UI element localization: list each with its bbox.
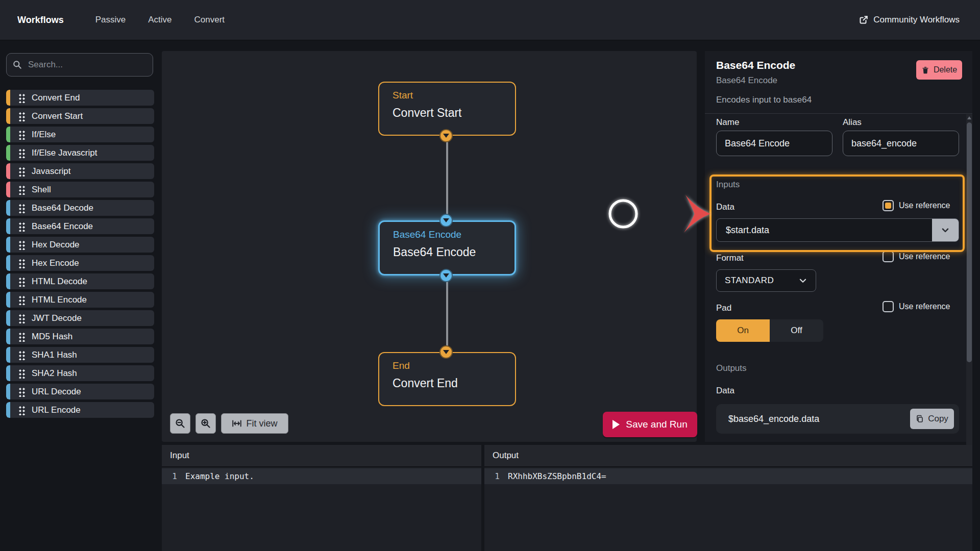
- palette-item-hex-decode[interactable]: Hex Decode: [6, 237, 154, 253]
- palette-item-html-encode[interactable]: HTML Encode: [6, 292, 154, 308]
- fit-view-button[interactable]: Fit view: [221, 413, 288, 434]
- workflows-brand[interactable]: Workflows: [17, 15, 64, 26]
- palette-item-base64-decode[interactable]: Base64 Decode: [6, 200, 154, 216]
- node-convert-end[interactable]: End Convert End: [378, 352, 516, 406]
- delete-button[interactable]: Delete: [916, 60, 962, 80]
- chevron-down-icon: [798, 276, 807, 285]
- zoom-in-button[interactable]: [195, 413, 216, 434]
- inspector-description: Encodes input to base64: [716, 95, 812, 105]
- palette-item-jwt-decode[interactable]: JWT Decode: [6, 310, 154, 326]
- combobox-dropdown-button[interactable]: [932, 219, 959, 241]
- save-and-run-button[interactable]: Save and Run: [603, 412, 697, 437]
- drag-handle-icon[interactable]: [18, 258, 26, 268]
- inputs-section-label: Inputs: [716, 180, 740, 190]
- drag-handle-icon[interactable]: [18, 240, 26, 250]
- scroll-up-arrow-icon[interactable]: [967, 116, 971, 119]
- drag-handle-icon[interactable]: [18, 203, 26, 213]
- search-icon: [13, 60, 22, 69]
- drag-handle-icon[interactable]: [18, 350, 26, 360]
- palette-item-sha1-hash[interactable]: SHA1 Hash: [6, 347, 154, 363]
- palette-item-url-decode[interactable]: URL Decode: [6, 384, 154, 399]
- name-label: Name: [716, 117, 739, 128]
- node-base64-encode[interactable]: Base64 Encode Base64 Encode: [378, 220, 516, 276]
- use-reference-label: Use reference: [899, 302, 950, 311]
- workflow-editor: Workflows PassiveActiveConvert Community…: [0, 0, 980, 551]
- nav-tab-active[interactable]: Active: [148, 15, 172, 25]
- drag-handle-icon[interactable]: [18, 166, 26, 177]
- connector-encode-input[interactable]: [439, 214, 453, 227]
- connector-start-output[interactable]: [439, 129, 453, 142]
- community-workflows-label: Community Workflows: [873, 15, 960, 25]
- copy-label: Copy: [928, 414, 948, 424]
- palette-item-javascript[interactable]: Javascript: [6, 163, 154, 179]
- palette-item-shell[interactable]: Shell: [6, 182, 154, 197]
- drag-handle-icon[interactable]: [18, 313, 26, 323]
- palette-item-accent: [6, 329, 10, 344]
- format-select[interactable]: STANDARD: [716, 269, 816, 292]
- drag-handle-icon[interactable]: [18, 93, 26, 103]
- name-field[interactable]: [716, 131, 832, 156]
- output-data-label: Data: [716, 386, 734, 396]
- palette-item-label: Base64 Encode: [32, 221, 93, 232]
- nav-tab-passive[interactable]: Passive: [95, 15, 126, 25]
- input-panel-header: Input: [162, 445, 481, 467]
- drag-handle-icon[interactable]: [18, 332, 26, 342]
- palette-item-base64-encode[interactable]: Base64 Encode: [6, 218, 154, 234]
- palette-item-accent: [6, 347, 10, 363]
- palette-item-label: Hex Decode: [32, 240, 80, 250]
- drag-handle-icon[interactable]: [18, 130, 26, 140]
- connector-end-input[interactable]: [439, 345, 453, 359]
- drag-handle-icon[interactable]: [18, 368, 26, 379]
- palette-item-accent: [6, 310, 10, 326]
- drag-handle-icon[interactable]: [18, 405, 26, 415]
- palette-item-html-decode[interactable]: HTML Decode: [6, 273, 154, 289]
- palette-item-md5-hash[interactable]: MD5 Hash: [6, 329, 154, 344]
- zoom-out-button[interactable]: [170, 413, 190, 434]
- drag-handle-icon[interactable]: [18, 221, 26, 232]
- copy-button[interactable]: Copy: [910, 409, 954, 429]
- palette-item-sha2-hash[interactable]: SHA2 Hash: [6, 365, 154, 381]
- node-convert-start[interactable]: Start Convert Start: [378, 82, 516, 136]
- palette-item-label: SHA1 Hash: [32, 350, 77, 360]
- palette-item-convert-start[interactable]: Convert Start: [6, 108, 154, 124]
- inspector-scrollbar[interactable]: [966, 114, 972, 492]
- data-input-label: Data: [716, 202, 734, 212]
- palette-item-if-else-javascript[interactable]: If/Else Javascript: [6, 145, 154, 161]
- line-number: 1: [488, 471, 500, 481]
- drag-handle-icon[interactable]: [18, 277, 26, 287]
- palette-item-if-else[interactable]: If/Else: [6, 127, 154, 142]
- format-use-reference-checkbox[interactable]: [883, 251, 894, 262]
- drag-handle-icon[interactable]: [18, 111, 26, 121]
- scrollbar-thumb[interactable]: [967, 122, 972, 362]
- inspector-title: Base64 Encode: [716, 59, 795, 71]
- output-line[interactable]: 1 RXhhbXBsZSBpbnB1dC4=: [484, 468, 972, 484]
- palette-item-accent: [6, 402, 10, 418]
- divider: [705, 113, 972, 114]
- drag-handle-icon[interactable]: [18, 185, 26, 195]
- palette-item-hex-encode[interactable]: Hex Encode: [6, 255, 154, 271]
- drag-handle-icon[interactable]: [18, 295, 26, 305]
- external-link-icon: [859, 15, 868, 24]
- connector-encode-output[interactable]: [439, 269, 453, 282]
- palette-item-url-encode[interactable]: URL Encode: [6, 402, 154, 418]
- node-palette: Convert EndConvert StartIf/ElseIf/Else J…: [6, 90, 154, 420]
- palette-item-convert-end[interactable]: Convert End: [6, 90, 154, 106]
- search-input[interactable]: [27, 59, 146, 70]
- data-reference-combobox[interactable]: $start.data: [716, 218, 959, 242]
- output-data-value: $base64_encode.data: [728, 414, 910, 424]
- pad-use-reference-checkbox[interactable]: [883, 301, 894, 312]
- alias-field[interactable]: [843, 131, 959, 156]
- palette-item-accent: [6, 365, 10, 381]
- pad-on-button[interactable]: On: [716, 319, 770, 342]
- data-use-reference-checkbox[interactable]: [883, 200, 894, 211]
- drag-handle-icon[interactable]: [18, 387, 26, 397]
- palette-item-label: Shell: [32, 185, 51, 195]
- pad-off-button[interactable]: Off: [770, 319, 823, 342]
- nav-tab-convert[interactable]: Convert: [194, 15, 225, 25]
- edge-start-to-encode: [446, 136, 448, 220]
- search-box[interactable]: [6, 53, 153, 77]
- workflow-canvas[interactable]: Start Convert Start Base64 Encode Base64…: [162, 51, 697, 442]
- drag-handle-icon[interactable]: [18, 148, 26, 158]
- community-workflows-link[interactable]: Community Workflows: [859, 15, 960, 25]
- input-line[interactable]: 1 Example input.: [162, 468, 481, 484]
